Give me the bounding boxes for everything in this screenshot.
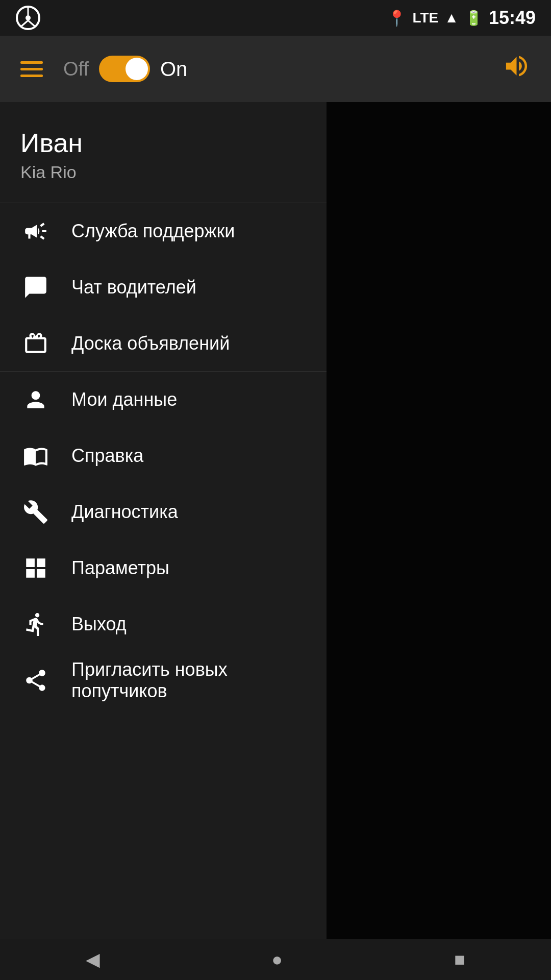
steering-wheel-icon (15, 5, 41, 31)
map-area (327, 102, 551, 939)
status-time: 15:49 (489, 7, 536, 29)
toggle-knob (126, 58, 148, 80)
status-bar-left (15, 5, 41, 31)
menu-label-invite: Пригласить новых попутчиков (71, 659, 306, 702)
recent-button[interactable]: ■ (423, 944, 496, 975)
menu-item-settings[interactable]: Параметры (0, 540, 327, 596)
megaphone-icon (20, 216, 51, 247)
book-icon (20, 440, 51, 471)
wrench-icon (20, 497, 51, 527)
back-icon: ◀ (86, 949, 100, 970)
recent-icon: ■ (454, 949, 465, 970)
status-bar-right: 📍 LTE ▲ 🔋 15:49 (387, 7, 536, 29)
signal-icon: ▲ (444, 10, 459, 26)
briefcase-icon (20, 328, 51, 359)
menu-item-chat[interactable]: Чат водителей (0, 259, 327, 315)
status-bar: 📍 LTE ▲ 🔋 15:49 (0, 0, 551, 36)
svg-point-1 (26, 15, 31, 20)
menu-item-bulletin[interactable]: Доска объявлений (0, 315, 327, 372)
main-content: Иван Kia Rio Служба поддержки Чат водите… (0, 102, 551, 939)
back-button[interactable]: ◀ (55, 944, 131, 975)
menu-label-logout: Выход (71, 614, 127, 635)
toggle-on-label: On (160, 58, 187, 81)
map-overlay (327, 102, 551, 939)
location-icon: 📍 (387, 9, 406, 27)
toolbar: Off On (0, 36, 551, 102)
bottom-nav: ◀ ● ■ (0, 939, 551, 980)
grid-icon (20, 553, 51, 583)
svg-line-3 (20, 20, 28, 27)
menu-label-chat: Чат водителей (71, 277, 196, 298)
share-icon (20, 665, 51, 696)
menu-item-mydata[interactable]: Мои данные (0, 372, 327, 428)
toggle-container: Off On (63, 56, 187, 82)
lte-indicator: LTE (412, 10, 438, 26)
drawer: Иван Kia Rio Служба поддержки Чат водите… (0, 102, 327, 939)
menu-item-diagnostics[interactable]: Диагностика (0, 484, 327, 540)
menu-label-bulletin: Доска объявлений (71, 333, 230, 354)
menu-item-logout[interactable]: Выход (0, 596, 327, 652)
menu-label-mydata: Мои данные (71, 389, 177, 410)
person-icon (20, 384, 51, 415)
battery-icon: 🔋 (465, 10, 483, 27)
menu-item-invite[interactable]: Пригласить новых попутчиков (0, 652, 327, 708)
home-icon: ● (271, 949, 283, 970)
menu-button[interactable] (20, 61, 43, 77)
menu-label-support: Служба поддержки (71, 220, 235, 242)
toolbar-left: Off On (20, 56, 187, 82)
toggle-off-label: Off (63, 58, 89, 80)
user-name: Иван (20, 128, 306, 158)
user-car: Kia Rio (20, 162, 306, 182)
user-profile: Иван Kia Rio (0, 102, 327, 203)
menu-label-settings: Параметры (71, 557, 169, 579)
sound-button[interactable] (503, 52, 531, 86)
chat-icon (20, 272, 51, 303)
exit-icon (20, 609, 51, 640)
home-button[interactable]: ● (241, 944, 313, 975)
svg-line-4 (28, 20, 36, 27)
menu-item-support[interactable]: Служба поддержки (0, 203, 327, 259)
menu-label-diagnostics: Диагностика (71, 501, 178, 523)
mode-toggle[interactable] (99, 56, 150, 82)
menu-item-help[interactable]: Справка (0, 428, 327, 484)
menu-list: Служба поддержки Чат водителей Доска объ… (0, 203, 327, 939)
menu-label-help: Справка (71, 445, 143, 467)
